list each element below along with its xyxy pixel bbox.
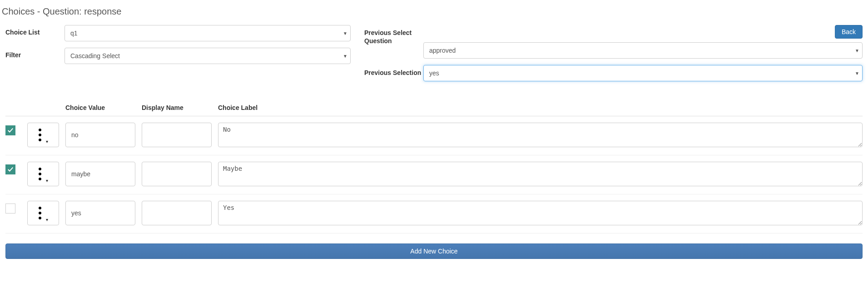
filter-select-wrap: Cascading Select ▼ — [64, 48, 351, 64]
choice-list-label: Choice List — [5, 25, 64, 36]
previous-selection-select-wrap: yes ▼ — [423, 65, 863, 81]
more-vertical-icon — [39, 168, 41, 180]
display-name-input[interactable] — [142, 123, 212, 147]
more-vertical-icon — [39, 129, 41, 141]
header-display-name: Display Name — [142, 104, 218, 111]
back-button[interactable]: Back — [835, 25, 863, 39]
choice-label-textarea[interactable] — [218, 201, 863, 225]
choices-table: Choice Value Display Name Choice Label ▾… — [0, 101, 868, 233]
previous-select-question-row: Previous Select Question approved ▼ — [364, 25, 863, 59]
chevron-down-icon: ▾ — [46, 178, 48, 183]
add-new-choice-button[interactable]: Add New Choice — [5, 243, 863, 259]
previous-selection-select[interactable]: yes — [423, 65, 863, 81]
display-name-input[interactable] — [142, 162, 212, 186]
check-icon — [7, 127, 14, 134]
choice-list-row: Choice List q1 ▼ — [5, 25, 351, 41]
filter-select[interactable]: Cascading Select — [64, 48, 351, 64]
previous-select-question-select[interactable]: approved — [423, 42, 863, 59]
chevron-down-icon: ▾ — [46, 139, 48, 144]
choice-list-select[interactable]: q1 — [64, 25, 351, 41]
row-actions-button[interactable]: ▾ — [27, 162, 59, 186]
choice-label-textarea[interactable] — [218, 162, 863, 186]
choice-value-input[interactable] — [65, 201, 135, 225]
row-actions-button[interactable]: ▾ — [27, 201, 59, 225]
filter-row: Filter Cascading Select ▼ — [5, 48, 351, 64]
filter-label: Filter — [5, 48, 64, 59]
header-choice-label: Choice Label — [218, 104, 863, 111]
choice-value-input[interactable] — [65, 123, 135, 147]
choice-label-textarea[interactable] — [218, 123, 863, 147]
previous-selection-row: Previous Selection yes ▼ — [364, 65, 863, 81]
header-choice-value: Choice Value — [65, 104, 142, 111]
previous-select-question-label: Previous Select Question — [364, 25, 423, 45]
form-right-column: Back Previous Select Question approved ▼… — [364, 25, 863, 88]
row-actions-button[interactable]: ▾ — [27, 123, 59, 147]
row-checkbox[interactable] — [5, 204, 15, 214]
form-left-column: Choice List q1 ▼ Filter Cascading Select… — [5, 25, 351, 88]
table-row: ▾ — [5, 116, 863, 155]
table-row: ▾ — [5, 155, 863, 194]
previous-select-question-select-wrap: approved ▼ — [423, 42, 863, 59]
row-checkbox[interactable] — [5, 125, 15, 135]
table-header: Choice Value Display Name Choice Label — [5, 101, 863, 116]
more-vertical-icon — [39, 207, 41, 219]
check-icon — [7, 166, 14, 173]
chevron-down-icon: ▾ — [46, 217, 48, 222]
choice-list-select-wrap: q1 ▼ — [64, 25, 351, 41]
display-name-input[interactable] — [142, 201, 212, 225]
row-checkbox[interactable] — [5, 164, 15, 174]
top-form: Choice List q1 ▼ Filter Cascading Select… — [0, 25, 868, 88]
table-row: ▾ — [5, 194, 863, 233]
previous-selection-label: Previous Selection — [364, 65, 423, 77]
page-title: Choices - Question: response — [2, 6, 868, 17]
choice-value-input[interactable] — [65, 162, 135, 186]
